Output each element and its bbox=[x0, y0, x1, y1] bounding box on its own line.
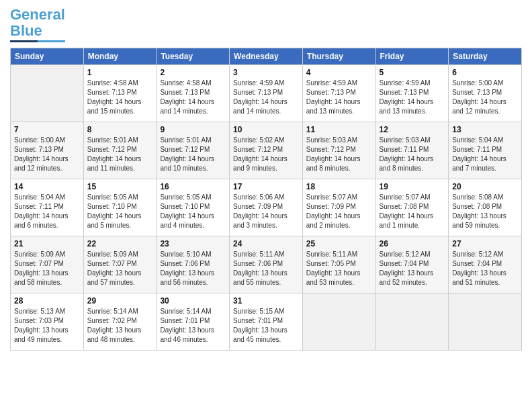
calendar-cell: 8Sunrise: 5:01 AM Sunset: 7:12 PM Daylig… bbox=[83, 122, 157, 179]
calendar-cell: 19Sunrise: 5:07 AM Sunset: 7:08 PM Dayli… bbox=[375, 179, 449, 236]
calendar-cell: 17Sunrise: 5:06 AM Sunset: 7:09 PM Dayli… bbox=[230, 179, 303, 236]
day-info: Sunrise: 5:00 AM Sunset: 7:13 PM Dayligh… bbox=[14, 136, 80, 173]
calendar-header-row: SundayMondayTuesdayWednesdayThursdayFrid… bbox=[11, 48, 522, 65]
logo-general: General bbox=[10, 6, 65, 23]
day-number: 28 bbox=[14, 296, 80, 306]
calendar-cell: 11Sunrise: 5:03 AM Sunset: 7:12 PM Dayli… bbox=[302, 122, 375, 179]
day-header-friday: Friday bbox=[375, 48, 449, 65]
day-info: Sunrise: 5:12 AM Sunset: 7:04 PM Dayligh… bbox=[380, 250, 445, 287]
day-info: Sunrise: 5:05 AM Sunset: 7:10 PM Dayligh… bbox=[87, 193, 153, 230]
day-number: 7 bbox=[14, 125, 80, 134]
calendar-cell: 24Sunrise: 5:11 AM Sunset: 7:06 PM Dayli… bbox=[230, 236, 303, 293]
day-number: 16 bbox=[160, 182, 226, 191]
day-info: Sunrise: 5:05 AM Sunset: 7:10 PM Dayligh… bbox=[160, 193, 226, 230]
day-number: 8 bbox=[87, 125, 153, 134]
day-number: 14 bbox=[14, 182, 80, 191]
calendar-cell bbox=[375, 293, 449, 351]
day-info: Sunrise: 4:58 AM Sunset: 7:13 PM Dayligh… bbox=[87, 79, 153, 116]
logo-blue: Blue bbox=[10, 22, 42, 39]
logo: General Blue bbox=[10, 7, 65, 42]
day-info: Sunrise: 5:03 AM Sunset: 7:12 PM Dayligh… bbox=[306, 136, 372, 173]
day-number: 31 bbox=[233, 296, 299, 306]
calendar-cell: 26Sunrise: 5:12 AM Sunset: 7:04 PM Dayli… bbox=[375, 236, 449, 293]
calendar-cell: 16Sunrise: 5:05 AM Sunset: 7:10 PM Dayli… bbox=[157, 179, 230, 236]
day-info: Sunrise: 5:02 AM Sunset: 7:12 PM Dayligh… bbox=[233, 136, 299, 173]
day-info: Sunrise: 4:59 AM Sunset: 7:13 PM Dayligh… bbox=[306, 79, 372, 116]
calendar-cell bbox=[449, 293, 522, 351]
calendar-cell: 10Sunrise: 5:02 AM Sunset: 7:12 PM Dayli… bbox=[230, 122, 303, 179]
calendar-cell: 4Sunrise: 4:59 AM Sunset: 7:13 PM Daylig… bbox=[302, 65, 375, 122]
calendar-cell: 7Sunrise: 5:00 AM Sunset: 7:13 PM Daylig… bbox=[11, 122, 84, 179]
day-info: Sunrise: 5:07 AM Sunset: 7:09 PM Dayligh… bbox=[306, 193, 372, 230]
day-info: Sunrise: 4:59 AM Sunset: 7:13 PM Dayligh… bbox=[233, 79, 299, 116]
calendar-cell: 21Sunrise: 5:09 AM Sunset: 7:07 PM Dayli… bbox=[11, 236, 84, 293]
day-info: Sunrise: 5:03 AM Sunset: 7:11 PM Dayligh… bbox=[380, 136, 445, 173]
calendar-cell: 5Sunrise: 4:59 AM Sunset: 7:13 PM Daylig… bbox=[375, 65, 449, 122]
calendar-cell: 3Sunrise: 4:59 AM Sunset: 7:13 PM Daylig… bbox=[230, 65, 303, 122]
day-number: 17 bbox=[233, 182, 299, 191]
day-number: 13 bbox=[452, 125, 518, 134]
day-info: Sunrise: 5:09 AM Sunset: 7:07 PM Dayligh… bbox=[14, 250, 80, 287]
day-number: 27 bbox=[452, 239, 518, 248]
day-info: Sunrise: 5:14 AM Sunset: 7:01 PM Dayligh… bbox=[160, 307, 226, 345]
calendar-cell: 23Sunrise: 5:10 AM Sunset: 7:06 PM Dayli… bbox=[157, 236, 230, 293]
day-info: Sunrise: 5:01 AM Sunset: 7:12 PM Dayligh… bbox=[87, 136, 153, 173]
calendar-cell: 29Sunrise: 5:14 AM Sunset: 7:02 PM Dayli… bbox=[83, 293, 157, 351]
day-number: 25 bbox=[306, 239, 372, 248]
calendar-week-5: 28Sunrise: 5:13 AM Sunset: 7:03 PM Dayli… bbox=[11, 293, 522, 351]
day-info: Sunrise: 5:09 AM Sunset: 7:07 PM Dayligh… bbox=[87, 250, 153, 287]
day-info: Sunrise: 5:14 AM Sunset: 7:02 PM Dayligh… bbox=[87, 307, 153, 345]
day-number: 30 bbox=[160, 296, 226, 306]
header: General Blue bbox=[10, 7, 522, 42]
day-info: Sunrise: 5:06 AM Sunset: 7:09 PM Dayligh… bbox=[233, 193, 299, 230]
day-number: 10 bbox=[233, 125, 299, 134]
calendar-cell: 31Sunrise: 5:15 AM Sunset: 7:01 PM Dayli… bbox=[230, 293, 303, 351]
day-number: 5 bbox=[380, 68, 445, 77]
calendar-cell: 27Sunrise: 5:12 AM Sunset: 7:04 PM Dayli… bbox=[449, 236, 522, 293]
day-info: Sunrise: 5:00 AM Sunset: 7:13 PM Dayligh… bbox=[452, 79, 518, 116]
day-info: Sunrise: 5:08 AM Sunset: 7:08 PM Dayligh… bbox=[452, 193, 518, 230]
calendar-cell bbox=[302, 293, 375, 351]
calendar-cell: 12Sunrise: 5:03 AM Sunset: 7:11 PM Dayli… bbox=[375, 122, 449, 179]
logo-underline bbox=[10, 40, 65, 42]
day-header-wednesday: Wednesday bbox=[230, 48, 303, 65]
calendar-cell: 1Sunrise: 4:58 AM Sunset: 7:13 PM Daylig… bbox=[83, 65, 157, 122]
day-info: Sunrise: 5:13 AM Sunset: 7:03 PM Dayligh… bbox=[14, 307, 80, 345]
calendar-cell: 25Sunrise: 5:11 AM Sunset: 7:05 PM Dayli… bbox=[302, 236, 375, 293]
day-number: 21 bbox=[14, 239, 80, 248]
calendar-cell: 9Sunrise: 5:01 AM Sunset: 7:12 PM Daylig… bbox=[157, 122, 230, 179]
day-info: Sunrise: 4:58 AM Sunset: 7:13 PM Dayligh… bbox=[160, 79, 226, 116]
day-number: 6 bbox=[452, 68, 518, 77]
day-header-tuesday: Tuesday bbox=[157, 48, 230, 65]
calendar: SundayMondayTuesdayWednesdayThursdayFrid… bbox=[10, 48, 522, 351]
day-info: Sunrise: 5:12 AM Sunset: 7:04 PM Dayligh… bbox=[452, 250, 518, 287]
day-number: 2 bbox=[160, 68, 226, 77]
day-header-thursday: Thursday bbox=[302, 48, 375, 65]
day-number: 3 bbox=[233, 68, 299, 77]
day-number: 11 bbox=[306, 125, 372, 134]
day-info: Sunrise: 4:59 AM Sunset: 7:13 PM Dayligh… bbox=[380, 79, 445, 116]
day-number: 29 bbox=[87, 296, 153, 306]
day-number: 1 bbox=[87, 68, 153, 77]
calendar-cell: 14Sunrise: 5:04 AM Sunset: 7:11 PM Dayli… bbox=[11, 179, 84, 236]
day-header-monday: Monday bbox=[83, 48, 157, 65]
day-info: Sunrise: 5:01 AM Sunset: 7:12 PM Dayligh… bbox=[160, 136, 226, 173]
day-info: Sunrise: 5:07 AM Sunset: 7:08 PM Dayligh… bbox=[380, 193, 445, 230]
day-info: Sunrise: 5:15 AM Sunset: 7:01 PM Dayligh… bbox=[233, 307, 299, 345]
day-number: 4 bbox=[306, 68, 372, 77]
calendar-cell: 22Sunrise: 5:09 AM Sunset: 7:07 PM Dayli… bbox=[83, 236, 157, 293]
day-header-sunday: Sunday bbox=[11, 48, 84, 65]
calendar-cell: 6Sunrise: 5:00 AM Sunset: 7:13 PM Daylig… bbox=[449, 65, 522, 122]
day-info: Sunrise: 5:04 AM Sunset: 7:11 PM Dayligh… bbox=[14, 193, 80, 230]
calendar-cell: 20Sunrise: 5:08 AM Sunset: 7:08 PM Dayli… bbox=[449, 179, 522, 236]
calendar-cell: 15Sunrise: 5:05 AM Sunset: 7:10 PM Dayli… bbox=[83, 179, 157, 236]
day-info: Sunrise: 5:04 AM Sunset: 7:11 PM Dayligh… bbox=[452, 136, 518, 173]
calendar-body: 1Sunrise: 4:58 AM Sunset: 7:13 PM Daylig… bbox=[11, 65, 522, 351]
calendar-cell: 13Sunrise: 5:04 AM Sunset: 7:11 PM Dayli… bbox=[449, 122, 522, 179]
day-number: 22 bbox=[87, 239, 153, 248]
calendar-cell: 30Sunrise: 5:14 AM Sunset: 7:01 PM Dayli… bbox=[157, 293, 230, 351]
calendar-week-2: 7Sunrise: 5:00 AM Sunset: 7:13 PM Daylig… bbox=[11, 122, 522, 179]
day-number: 18 bbox=[306, 182, 372, 191]
calendar-week-3: 14Sunrise: 5:04 AM Sunset: 7:11 PM Dayli… bbox=[11, 179, 522, 236]
day-number: 15 bbox=[87, 182, 153, 191]
